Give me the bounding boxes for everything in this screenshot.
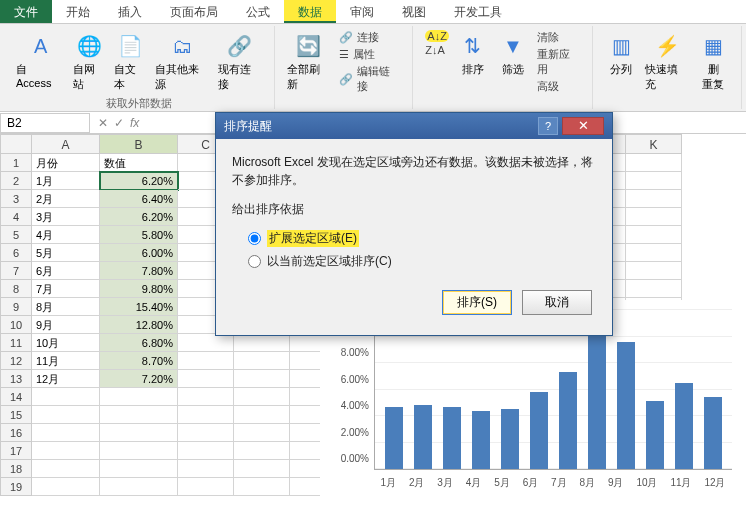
cell-D15[interactable] <box>234 406 290 424</box>
cell-A6[interactable]: 5月 <box>32 244 100 262</box>
cell-B9[interactable]: 15.40% <box>100 298 178 316</box>
from-access-button[interactable]: A自 Access <box>12 28 69 91</box>
cell-D16[interactable] <box>234 424 290 442</box>
cell-C16[interactable] <box>178 424 234 442</box>
cell-A9[interactable]: 8月 <box>32 298 100 316</box>
cell-B1[interactable]: 数值 <box>100 154 178 172</box>
cell-B19[interactable] <box>100 478 178 496</box>
row-header-12[interactable]: 12 <box>0 352 32 370</box>
dialog-help-button[interactable]: ? <box>538 117 558 135</box>
current-selection-radio[interactable] <box>248 255 261 268</box>
reapply-button[interactable]: 重新应用 <box>537 47 581 77</box>
tab-data[interactable]: 数据 <box>284 0 336 23</box>
edit-links-button[interactable]: 🔗编辑链接 <box>339 64 401 94</box>
cell-K8[interactable] <box>626 280 682 298</box>
tab-insert[interactable]: 插入 <box>104 0 156 23</box>
connections-button[interactable]: 🔗连接 <box>339 30 401 45</box>
cell-A4[interactable]: 3月 <box>32 208 100 226</box>
cell-A3[interactable]: 2月 <box>32 190 100 208</box>
cell-B2[interactable]: 6.20% <box>100 172 178 190</box>
remove-dup-button[interactable]: ▦删重复 <box>693 28 733 94</box>
filter-button[interactable]: ▼筛选 <box>493 28 533 79</box>
row-header-9[interactable]: 9 <box>0 298 32 316</box>
row-header-14[interactable]: 14 <box>0 388 32 406</box>
row-header-15[interactable]: 15 <box>0 406 32 424</box>
cell-C12[interactable] <box>178 352 234 370</box>
cell-B16[interactable] <box>100 424 178 442</box>
cell-K3[interactable] <box>626 190 682 208</box>
cell-A13[interactable]: 12月 <box>32 370 100 388</box>
cell-B12[interactable]: 8.70% <box>100 352 178 370</box>
row-header-7[interactable]: 7 <box>0 262 32 280</box>
bar[interactable] <box>443 407 461 469</box>
from-text-button[interactable]: 📄自文本 <box>110 28 151 94</box>
bar[interactable] <box>675 383 693 469</box>
cell-A1[interactable]: 月份 <box>32 154 100 172</box>
cell-D19[interactable] <box>234 478 290 496</box>
cell-D11[interactable] <box>234 334 290 352</box>
row-header-6[interactable]: 6 <box>0 244 32 262</box>
cell-D12[interactable] <box>234 352 290 370</box>
cell-C19[interactable] <box>178 478 234 496</box>
cell-C17[interactable] <box>178 442 234 460</box>
cell-B17[interactable] <box>100 442 178 460</box>
cell-B14[interactable] <box>100 388 178 406</box>
cell-B8[interactable]: 9.80% <box>100 280 178 298</box>
select-all-corner[interactable] <box>0 134 32 154</box>
from-web-button[interactable]: 🌐自网站 <box>69 28 110 94</box>
row-header-10[interactable]: 10 <box>0 316 32 334</box>
properties-button[interactable]: ☰属性 <box>339 47 401 62</box>
row-header-11[interactable]: 11 <box>0 334 32 352</box>
cell-A15[interactable] <box>32 406 100 424</box>
col-header-B[interactable]: B <box>100 134 178 154</box>
cell-K7[interactable] <box>626 262 682 280</box>
cell-B18[interactable] <box>100 460 178 478</box>
row-header-19[interactable]: 19 <box>0 478 32 496</box>
sort-confirm-button[interactable]: 排序(S) <box>442 290 512 315</box>
row-header-17[interactable]: 17 <box>0 442 32 460</box>
tab-page-layout[interactable]: 页面布局 <box>156 0 232 23</box>
bar[interactable] <box>472 411 490 469</box>
cell-A10[interactable]: 9月 <box>32 316 100 334</box>
bar[interactable] <box>414 405 432 469</box>
cell-D18[interactable] <box>234 460 290 478</box>
bar[interactable] <box>501 409 519 469</box>
row-header-5[interactable]: 5 <box>0 226 32 244</box>
sort-az-button[interactable]: A↓Z <box>425 30 449 42</box>
cell-D13[interactable] <box>234 370 290 388</box>
bar[interactable] <box>617 342 635 469</box>
enter-formula-icon[interactable]: ✓ <box>114 116 124 130</box>
cell-A18[interactable] <box>32 460 100 478</box>
cell-A5[interactable]: 4月 <box>32 226 100 244</box>
row-header-3[interactable]: 3 <box>0 190 32 208</box>
cell-K1[interactable] <box>626 154 682 172</box>
cell-C18[interactable] <box>178 460 234 478</box>
cell-A16[interactable] <box>32 424 100 442</box>
cell-K4[interactable] <box>626 208 682 226</box>
cell-D14[interactable] <box>234 388 290 406</box>
cell-A11[interactable]: 10月 <box>32 334 100 352</box>
bar[interactable] <box>646 401 664 469</box>
col-header-K[interactable]: K <box>626 134 682 154</box>
tab-developer[interactable]: 开发工具 <box>440 0 516 23</box>
row-header-16[interactable]: 16 <box>0 424 32 442</box>
cell-B13[interactable]: 7.20% <box>100 370 178 388</box>
row-header-18[interactable]: 18 <box>0 460 32 478</box>
tab-view[interactable]: 视图 <box>388 0 440 23</box>
tab-review[interactable]: 审阅 <box>336 0 388 23</box>
bar[interactable] <box>385 407 403 469</box>
tab-file[interactable]: 文件 <box>0 0 52 23</box>
bar[interactable] <box>559 372 577 469</box>
flash-fill-button[interactable]: ⚡快速填充 <box>641 28 693 94</box>
cell-A7[interactable]: 6月 <box>32 262 100 280</box>
cell-K2[interactable] <box>626 172 682 190</box>
cell-K5[interactable] <box>626 226 682 244</box>
row-header-2[interactable]: 2 <box>0 172 32 190</box>
cell-B10[interactable]: 12.80% <box>100 316 178 334</box>
cell-B3[interactable]: 6.40% <box>100 190 178 208</box>
bar[interactable] <box>530 392 548 470</box>
expand-selection-radio[interactable] <box>248 232 261 245</box>
fx-icon[interactable]: fx <box>130 116 139 130</box>
tab-formulas[interactable]: 公式 <box>232 0 284 23</box>
text-to-columns-button[interactable]: ▥分列 <box>601 28 641 79</box>
